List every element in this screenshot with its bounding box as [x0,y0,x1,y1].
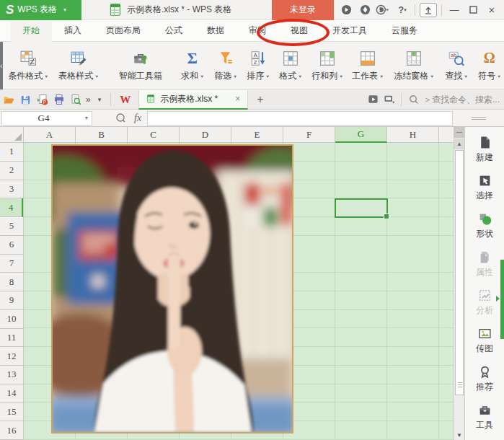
new-tab-button[interactable]: + [248,93,272,106]
print-icon[interactable] [51,92,66,107]
search-function-icon[interactable] [112,111,128,126]
scrollbar-thumb[interactable] [455,150,464,395]
row-header-2[interactable]: 2 [0,162,23,180]
row-header-5[interactable]: 5 [0,217,23,236]
row-header-3[interactable]: 3 [0,180,23,199]
sidebar-item-analysis[interactable]: 分析 [476,289,493,317]
tab-page-layout[interactable]: 页面布局 [94,20,153,42]
column-header-A[interactable]: A [24,127,76,143]
chevron-down-icon: ▾ [299,74,301,79]
rows-columns-button[interactable]: 行和列▾ [307,45,348,88]
wps-logo-menu[interactable]: S WPS 表格 ▾ [0,0,81,20]
column-header-E[interactable]: E [231,127,283,143]
wps-home-icon[interactable]: W [115,94,136,106]
find-button[interactable]: ab 查找▾ [440,45,473,88]
member-play-icon[interactable] [338,3,354,17]
docer-dropdown-icon[interactable] [376,3,392,17]
row-header-16[interactable]: 16 [0,421,23,440]
selected-cell-G4[interactable] [335,198,388,218]
help-dropdown-icon[interactable]: ?▾ [394,3,410,17]
row-header-1[interactable]: 1 [0,143,23,162]
insert-function-fx[interactable]: fx [128,113,147,124]
filter-button[interactable]: 筛选▾ [209,45,242,88]
format-button[interactable]: 格式▾ [274,45,307,88]
tab-formulas[interactable]: 公式 [153,20,195,42]
sidebar-item-upload-image[interactable]: 传图 [476,327,493,355]
cell-grid[interactable] [24,143,454,440]
symbol-button[interactable]: Ω 符号▾ [473,45,504,88]
row-header-7[interactable]: 7 [0,255,23,273]
sidebar-item-select[interactable]: 选择 [476,174,493,202]
vertical-scrollbar[interactable]: ▲ ▼ [454,127,464,440]
sidebar-item-shape[interactable]: 形状 [476,212,493,240]
row-header-12[interactable]: 12 [0,347,23,366]
column-header-B[interactable]: B [76,127,128,143]
document-tab[interactable]: 示例表格.xlsx * × [138,90,248,110]
column-header-G[interactable]: G [335,127,387,143]
print-preview-icon[interactable] [68,92,83,107]
export-pdf-icon[interactable]: P [35,92,50,107]
tab-cloud[interactable]: 云服务 [379,20,430,42]
row-header-13[interactable]: 13 [0,366,23,384]
play-demo-icon[interactable] [366,92,381,107]
titlebar-icon-group: ?▾ — × [334,3,504,17]
tab-view[interactable]: 视图 [278,20,320,42]
tab-data[interactable]: 数据 [195,20,236,42]
tab-developer[interactable]: 开发工具 [320,20,379,42]
search-command-placeholder[interactable]: ＞查找命令、搜索... [422,94,504,106]
column-header-H[interactable]: H [387,127,439,143]
scrollbar-split-handle[interactable] [454,127,464,138]
row-header-9[interactable]: 9 [0,291,23,310]
freeze-panes-button[interactable]: 冻结窗格▾ [388,45,440,88]
worksheet-button[interactable]: 工作表▾ [348,45,388,88]
more-commands-icon[interactable]: » [83,94,92,105]
tab-review[interactable]: 审阅 [236,20,278,42]
tab-insert[interactable]: 插入 [52,20,94,42]
skin-settings-icon[interactable] [357,3,373,17]
save-icon[interactable] [18,92,33,107]
smart-toolbox-button[interactable]: 智能工具箱 [111,45,170,88]
document-tab-label: 示例表格.xlsx * [160,93,218,105]
row-header-10[interactable]: 10 [0,310,23,329]
close-button[interactable]: × [484,3,500,17]
column-header-C[interactable]: C [128,127,180,143]
row-header-11[interactable]: 11 [0,329,23,348]
restore-up-icon[interactable] [420,3,437,17]
search-icon[interactable] [407,92,422,107]
embedded-photo-girl-shushing[interactable] [51,144,293,434]
conditional-format-button[interactable]: 条件格式▾ [4,45,52,88]
sidebar-item-tools[interactable]: 工具 [476,403,493,431]
select-all-corner[interactable] [0,127,24,143]
formula-input[interactable] [147,111,453,126]
row-header-14[interactable]: 14 [0,384,23,403]
sidebar-item-new[interactable]: 新建 [476,136,493,164]
switch-window-icon[interactable] [382,92,397,107]
task-pane-expand-handle[interactable] [500,260,504,339]
button-label: 查找 [445,70,462,82]
row-header-8[interactable]: 8 [0,273,23,291]
minimize-button[interactable]: — [446,3,462,17]
scroll-down-arrow[interactable]: ▼ [454,430,464,440]
row-header-4[interactable]: 4 [0,198,23,217]
customize-toolbar-dropdown-icon[interactable]: ▾ [92,96,107,103]
sort-button[interactable]: AZ 排序▾ [242,45,274,88]
row-header-15[interactable]: 15 [0,403,23,422]
column-header-D[interactable]: D [180,127,231,143]
chevron-down-icon: ▾ [430,74,433,79]
login-button[interactable]: 未登录 [272,0,334,20]
name-box[interactable]: G4 ▾ [1,111,92,126]
table-style-button[interactable]: 表格样式▾ [52,45,105,88]
row-headers: 12345678910111213141516 [0,143,24,440]
tab-home[interactable]: 开始 [10,20,52,42]
document-title-text: 示例表格.xlsx * - WPS 表格 [127,4,231,16]
scroll-up-arrow[interactable]: ▲ [454,138,464,149]
formula-bar-expand-handle[interactable] [453,117,504,120]
sidebar-item-properties[interactable]: 属性 [476,250,493,278]
row-header-6[interactable]: 6 [0,236,23,255]
open-folder-icon[interactable] [1,92,17,107]
sidebar-item-recommend[interactable]: 推荐 [476,365,493,393]
close-tab-icon[interactable]: × [235,94,240,104]
column-header-F[interactable]: F [283,127,335,143]
sum-button[interactable]: Σ 求和▾ [176,45,209,88]
maximize-button[interactable] [465,3,481,17]
